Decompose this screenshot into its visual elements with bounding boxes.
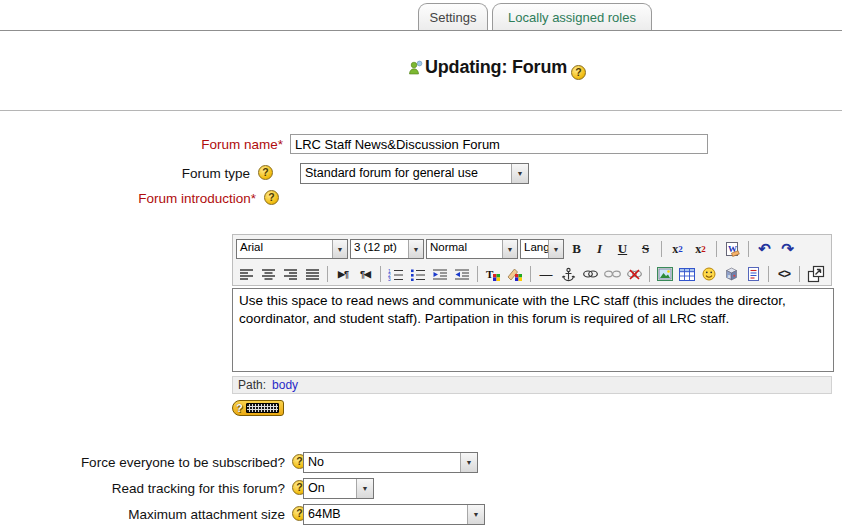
ordered-list-icon[interactable]: 1 2 3 <box>386 264 406 284</box>
clean-word-html-icon[interactable]: W <box>722 239 743 259</box>
language-select[interactable]: Lang ▼ <box>520 239 564 259</box>
paragraph-format-dropdown-arrow-icon[interactable]: ▼ <box>502 240 517 258</box>
max-attachment-value: 64MB <box>304 505 467 524</box>
forum-type-select[interactable]: Standard forum for general use ▼ <box>300 163 529 184</box>
forum-introduction-label: Forum introduction* <box>0 191 256 206</box>
unordered-list-icon[interactable] <box>408 264 428 284</box>
horizontal-rule-icon[interactable]: — <box>536 264 556 284</box>
font-family-select[interactable]: Arial ▼ <box>236 239 348 259</box>
forum-name-label: Forum name* <box>0 137 283 152</box>
svg-text:a: a <box>727 273 730 279</box>
subscript-icon[interactable]: x2 <box>667 239 688 259</box>
align-left-icon[interactable] <box>236 264 256 284</box>
insert-link-icon[interactable] <box>580 264 600 284</box>
toolbar-separator <box>530 266 531 282</box>
italic-icon[interactable]: I <box>589 239 610 259</box>
max-attachment-dropdown-arrow-icon[interactable]: ▼ <box>467 505 484 524</box>
forum-name-input[interactable]: LRC Staff News&Discussion Forum <box>290 134 708 154</box>
redo-icon[interactable]: ↷ <box>777 239 798 259</box>
editor-toolbar: Arial ▼ 3 (12 pt) ▼ Normal ▼ Lang ▼ B I … <box>232 234 832 286</box>
align-center-icon[interactable] <box>258 264 278 284</box>
tab-locally-label: Locally assigned roles <box>508 10 636 25</box>
force-subscribed-select[interactable]: No ▼ <box>303 452 478 473</box>
highlight-color-icon[interactable] <box>505 264 525 284</box>
align-right-icon[interactable] <box>280 264 300 284</box>
insert-smiley-icon[interactable] <box>699 264 719 284</box>
toolbar-separator <box>748 241 749 257</box>
text-color-icon[interactable]: T <box>483 264 503 284</box>
toolbar-separator <box>649 266 650 282</box>
bold-icon[interactable]: B <box>566 239 587 259</box>
underline-icon[interactable]: U <box>612 239 633 259</box>
superscript-icon[interactable]: x2 <box>690 239 711 259</box>
toolbar-separator <box>327 266 328 282</box>
font-family-dropdown-arrow-icon[interactable]: ▼ <box>332 240 347 258</box>
left-to-right-icon[interactable]: ▶¶ <box>333 264 353 284</box>
language-dropdown-arrow-icon[interactable]: ▼ <box>548 240 563 258</box>
insert-table-icon[interactable] <box>677 264 697 284</box>
toolbar-separator <box>661 241 662 257</box>
force-subscribed-label: Force everyone to be subscribed? <box>0 455 285 470</box>
toolbar-separator <box>768 266 769 282</box>
path-body-link[interactable]: body <box>272 378 298 392</box>
editor-content-text: Use this space to read news and communic… <box>239 293 786 326</box>
html-editor: Arial ▼ 3 (12 pt) ▼ Normal ▼ Lang ▼ B I … <box>232 234 834 416</box>
toolbar-separator <box>380 266 381 282</box>
forum-type-label: Forum type <box>0 166 250 181</box>
forum-introduction-help-icon[interactable]: ? <box>264 190 279 205</box>
page: Settings Locally assigned roles Updating… <box>0 0 842 531</box>
font-family-value: Arial <box>237 240 332 258</box>
font-size-select[interactable]: 3 (12 pt) ▼ <box>350 239 424 259</box>
tab-locally-assigned-roles[interactable]: Locally assigned roles <box>492 3 652 30</box>
right-to-left-icon[interactable]: ¶◀ <box>355 264 375 284</box>
svg-text:3: 3 <box>388 277 391 281</box>
title-help-icon[interactable]: ? <box>571 65 586 80</box>
remove-link-icon[interactable] <box>602 264 622 284</box>
forum-type-value: Standard forum for general use <box>301 164 511 183</box>
strikethrough-icon[interactable]: S <box>635 239 656 259</box>
toolbar-separator <box>477 266 478 282</box>
language-value: Lang <box>521 240 548 258</box>
max-attachment-select[interactable]: 64MB ▼ <box>303 504 485 525</box>
undo-icon[interactable]: ↶ <box>754 239 775 259</box>
font-size-value: 3 (12 pt) <box>351 240 408 258</box>
page-title-row: Updating: Forum ? <box>408 57 586 80</box>
font-size-dropdown-arrow-icon[interactable]: ▼ <box>408 240 423 258</box>
toolbar-row-2: ▶¶ ¶◀ 1 2 3 <box>236 261 828 287</box>
svg-text:T: T <box>486 268 494 280</box>
find-replace-icon[interactable] <box>743 264 763 284</box>
forum-name-value: LRC Staff News&Discussion Forum <box>295 137 500 152</box>
header-divider <box>0 110 842 111</box>
read-tracking-dropdown-arrow-icon[interactable]: ▼ <box>356 479 373 498</box>
force-subscribed-dropdown-arrow-icon[interactable]: ▼ <box>460 453 477 472</box>
enlarge-editor-icon[interactable] <box>805 264 828 284</box>
forum-type-dropdown-arrow-icon[interactable]: ▼ <box>511 164 528 183</box>
forum-type-help-icon[interactable]: ? <box>258 165 273 180</box>
keyboard-icon <box>246 403 279 413</box>
keyboard-shortcuts-button[interactable]: ? <box>232 400 284 416</box>
outdent-icon[interactable] <box>430 264 450 284</box>
read-tracking-value: On <box>304 479 356 498</box>
toolbar-row-1: Arial ▼ 3 (12 pt) ▼ Normal ▼ Lang ▼ B I … <box>236 237 828 261</box>
prevent-autolink-icon[interactable] <box>624 264 644 284</box>
anchor-icon[interactable] <box>558 264 578 284</box>
indent-icon[interactable] <box>452 264 472 284</box>
page-title: Updating: Forum <box>425 57 567 78</box>
path-label: Path: <box>238 378 266 392</box>
editor-path-bar: Path: body <box>232 376 832 394</box>
paragraph-format-select[interactable]: Normal ▼ <box>426 239 518 259</box>
toolbar-separator <box>799 266 800 282</box>
insert-character-icon[interactable]: a <box>721 264 741 284</box>
toolbar-separator <box>716 241 717 257</box>
force-subscribed-value: No <box>304 453 460 472</box>
tab-settings-label: Settings <box>430 10 477 25</box>
editor-content[interactable]: Use this space to read news and communic… <box>232 288 834 372</box>
insert-image-icon[interactable] <box>655 264 675 284</box>
paragraph-format-value: Normal <box>427 240 502 258</box>
html-source-icon[interactable]: <> <box>774 264 794 284</box>
keyboard-help-question: ? <box>236 403 243 413</box>
read-tracking-select[interactable]: On ▼ <box>303 478 374 499</box>
forum-module-icon <box>408 60 424 76</box>
tab-settings[interactable]: Settings <box>418 3 488 30</box>
align-justify-icon[interactable] <box>302 264 322 284</box>
